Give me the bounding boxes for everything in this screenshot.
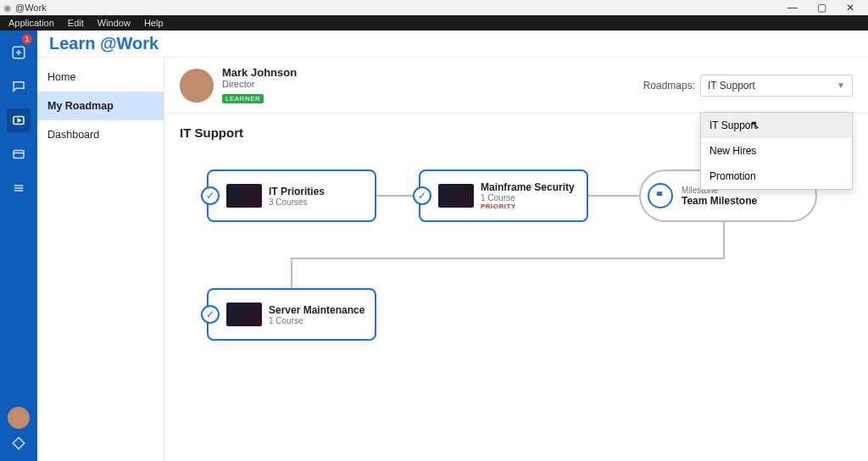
- card-title: IT Priorities: [269, 186, 325, 197]
- icon-rail: 1: [0, 31, 37, 461]
- user-role: Director: [222, 79, 297, 89]
- roadmap-option-it-support[interactable]: IT Support ↖: [701, 113, 852, 138]
- notification-badge: 1: [22, 34, 32, 44]
- chevron-down-icon: ▼: [837, 81, 845, 90]
- window-title: @Work: [15, 3, 47, 13]
- nav-dashboard[interactable]: Dashboard: [37, 120, 164, 149]
- roadmap-option-promotion[interactable]: Promotion: [701, 164, 852, 189]
- window-close-button[interactable]: ✕: [836, 2, 865, 14]
- rail-card-icon[interactable]: [7, 142, 31, 166]
- app-title: Learn @Work: [37, 31, 868, 58]
- rail-home-icon[interactable]: [7, 41, 31, 64]
- card-thumbnail: [438, 184, 474, 208]
- menu-edit[interactable]: Edit: [61, 16, 91, 30]
- profile-row: Mark Johnson Director LEARNER Roadmaps: …: [164, 58, 868, 114]
- main-panel: Mark Johnson Director LEARNER Roadmaps: …: [164, 58, 868, 461]
- roadmap-option-new-hires[interactable]: New Hires: [701, 138, 852, 164]
- window-titlebar: ◉ @Work — ▢ ✕: [0, 0, 868, 15]
- card-subtitle: 3 Courses: [269, 197, 325, 207]
- card-server-maintenance[interactable]: ✓ Server Maintenance 1 Course: [207, 288, 376, 341]
- window-maximize-button[interactable]: ▢: [807, 2, 836, 14]
- menu-application[interactable]: Application: [2, 16, 61, 30]
- learner-tag: LEARNER: [222, 94, 264, 103]
- milestone-title: Team Milestone: [682, 195, 757, 207]
- svg-marker-2: [18, 119, 20, 122]
- rail-learn-icon[interactable]: [7, 108, 31, 132]
- menu-window[interactable]: Window: [91, 16, 137, 30]
- card-thumbnail: [226, 303, 262, 326]
- card-title: Server Maintenance: [269, 304, 364, 316]
- nav-my-roadmap[interactable]: My Roadmap: [37, 92, 164, 120]
- roadmap-option-label: New Hires: [709, 145, 756, 157]
- check-icon: ✓: [201, 186, 220, 205]
- roadmap-label: Roadmaps:: [643, 80, 695, 92]
- check-icon: ✓: [201, 305, 220, 324]
- rail-sync-icon[interactable]: [11, 436, 26, 454]
- rail-chat-icon[interactable]: [7, 75, 31, 98]
- roadmap-select-value: IT Support: [708, 80, 755, 92]
- priority-badge: PRIORITY: [481, 203, 575, 210]
- card-it-priorities[interactable]: ✓ IT Priorities 3 Courses: [207, 169, 376, 222]
- card-subtitle: 1 Course: [269, 316, 364, 325]
- rail-user-avatar[interactable]: [8, 407, 30, 429]
- roadmap-option-label: Promotion: [709, 170, 756, 182]
- card-thumbnail: [226, 184, 262, 208]
- nav-home[interactable]: Home: [37, 63, 164, 92]
- card-mainframe-security[interactable]: ✓ Mainframe Security 1 Course PRIORITY: [419, 169, 588, 222]
- window-minimize-button[interactable]: —: [778, 2, 807, 14]
- flag-icon: [648, 183, 673, 208]
- card-title: Mainframe Security: [481, 181, 575, 193]
- left-nav: Home My Roadmap Dashboard: [37, 58, 164, 461]
- rail-list-icon[interactable]: [7, 176, 31, 200]
- menu-help[interactable]: Help: [137, 16, 170, 30]
- menu-bar: Application Edit Window Help: [0, 15, 868, 31]
- roadmap-select[interactable]: IT Support ▼: [700, 75, 853, 97]
- roadmap-dropdown: IT Support ↖ New Hires Promotion: [700, 112, 853, 190]
- card-subtitle: 1 Course: [481, 193, 575, 203]
- roadmap-option-label: IT Support: [709, 119, 757, 131]
- check-icon: ✓: [413, 186, 431, 205]
- user-avatar: [180, 69, 214, 103]
- user-name: Mark Johnson: [222, 66, 297, 79]
- svg-rect-3: [14, 151, 24, 158]
- app-indicator-icon: ◉: [3, 3, 12, 14]
